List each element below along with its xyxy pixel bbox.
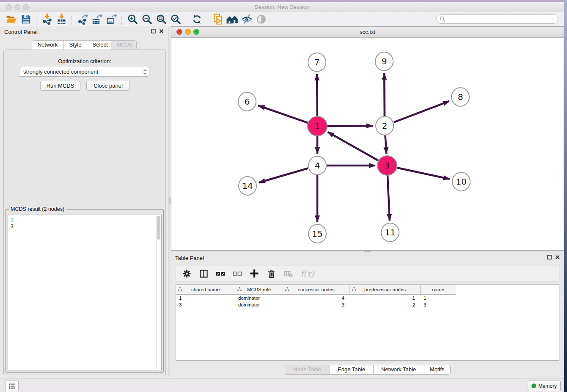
column-header-predecessor-nodes[interactable]: predecessor nodes (350, 285, 421, 294)
network-canvas[interactable]: 7968124314101511 (171, 38, 564, 250)
refresh-layout-button[interactable] (190, 13, 204, 25)
node-4[interactable]: 4 (308, 156, 326, 175)
node-1[interactable]: 1 (308, 116, 327, 136)
run-mcds-button[interactable]: Run MCDS (40, 81, 80, 91)
table-cell[interactable]: 1 (176, 295, 235, 301)
node-8[interactable]: 8 (451, 88, 469, 106)
import-table-button[interactable] (54, 13, 69, 25)
import-network-button[interactable] (40, 13, 54, 25)
clone-network-button[interactable] (211, 13, 225, 25)
application-window: Session: New Session (0, 0, 567, 392)
edge-1-7[interactable] (317, 74, 317, 116)
close-panel-button[interactable]: Close panel (86, 81, 130, 91)
table-cell[interactable]: 3 (283, 302, 350, 307)
table-cell[interactable]: 4 (283, 295, 350, 301)
node-9[interactable]: 9 (375, 52, 393, 71)
node-6[interactable]: 6 (238, 92, 256, 111)
float-panel-icon[interactable] (547, 255, 552, 259)
node-15[interactable]: 15 (308, 224, 326, 243)
node-2[interactable]: 2 (376, 116, 394, 135)
zoom-in-icon (127, 14, 138, 25)
delete-table-button[interactable] (283, 268, 294, 279)
edge-3-1[interactable] (328, 132, 379, 161)
node-label: 6 (245, 97, 250, 107)
tab-node-table[interactable]: Node Table (285, 365, 330, 374)
table-cell[interactable]: 1 (421, 295, 456, 301)
zoom-out-button[interactable] (140, 13, 154, 25)
memory-button[interactable]: Memory (528, 381, 561, 391)
control-panel-tabs: NetworkStyleSelectMCDS (0, 40, 168, 50)
network-window-titlebar: ✕ – + scc.txt (171, 27, 564, 38)
open-session-button[interactable] (4, 13, 19, 25)
memory-label: Memory (538, 383, 556, 389)
table-options-button[interactable] (181, 268, 192, 279)
node-label: 14 (242, 181, 253, 191)
table-cell[interactable]: 1 (350, 295, 421, 301)
close-panel-icon[interactable] (159, 29, 164, 33)
edge-1-2[interactable] (327, 126, 373, 126)
select-all-rows-button[interactable] (215, 268, 226, 279)
export-table-button[interactable] (90, 13, 104, 25)
home-view-button[interactable] (225, 13, 239, 25)
column-header-shared-name[interactable]: shared name (176, 285, 235, 294)
edge-4-14[interactable] (259, 168, 308, 182)
node-3[interactable]: 3 (377, 156, 397, 175)
result-scrollbar-thumb[interactable] (157, 216, 160, 240)
edge-3-10[interactable] (396, 168, 449, 179)
export-table-icon (91, 14, 103, 25)
node-14[interactable]: 14 (239, 177, 256, 195)
mcds-result-area[interactable]: 1 3 (8, 215, 162, 370)
edge-2-3[interactable] (385, 135, 386, 154)
table-cell[interactable]: dominator (235, 295, 283, 301)
tab-style[interactable]: Style (63, 41, 87, 50)
edge-2-9[interactable] (384, 73, 385, 116)
apply-function-button[interactable]: f(x) (300, 268, 314, 279)
control-panel-header: Control Panel (0, 26, 168, 37)
table-row[interactable]: 3dominator323 (176, 301, 559, 308)
node-7[interactable]: 7 (308, 53, 326, 72)
toggle-visibility-button[interactable] (239, 13, 254, 25)
column-header-MCDS-role[interactable]: MCDS role (235, 285, 283, 294)
tab-select[interactable]: Select (87, 41, 111, 50)
titlebar: Session: New Session (0, 2, 564, 12)
splitter-grip[interactable] (169, 197, 171, 204)
splitter-grip[interactable] (364, 251, 371, 252)
tab-edge-table[interactable]: Edge Table (330, 365, 373, 374)
export-image-button[interactable] (104, 13, 118, 25)
table-cell[interactable]: 3 (421, 302, 456, 307)
edge-3-11[interactable] (388, 175, 390, 221)
deselect-all-rows-button[interactable] (232, 268, 243, 279)
node-11[interactable]: 11 (381, 223, 399, 242)
table-cell[interactable]: dominator (235, 302, 283, 307)
table-cell[interactable]: 3 (176, 302, 235, 307)
unchecked-boxes-icon (232, 268, 242, 279)
column-header-successor-nodes[interactable]: successor nodes (283, 285, 350, 294)
table-row[interactable]: 1dominator411 (176, 295, 559, 301)
close-panel-icon[interactable] (555, 255, 560, 259)
tab-motifs[interactable]: Motifs (424, 365, 450, 374)
zoom-in-button[interactable] (125, 13, 140, 25)
delete-columns-button[interactable] (266, 268, 277, 279)
criterion-dropdown[interactable]: strongly connected component (19, 67, 149, 77)
search-input[interactable] (446, 16, 558, 22)
edge-2-8[interactable] (394, 101, 449, 122)
save-session-button[interactable] (19, 13, 33, 25)
node-10[interactable]: 10 (452, 172, 470, 191)
result-scrollbar[interactable] (156, 215, 161, 370)
table-cell[interactable]: 2 (350, 302, 421, 307)
zoom-selected-button[interactable] (168, 13, 183, 25)
show-columns-button[interactable] (198, 268, 209, 279)
visibility-disabled-button[interactable] (254, 13, 268, 25)
zoom-fit-button[interactable] (154, 13, 168, 25)
edge-1-6[interactable] (258, 105, 308, 123)
add-column-button[interactable] (249, 268, 260, 279)
column-header-name[interactable]: name (421, 285, 456, 294)
float-panel-icon[interactable] (151, 29, 156, 33)
task-history-button[interactable] (5, 381, 19, 391)
tab-mcds[interactable]: MCDS (111, 41, 136, 50)
export-network-button[interactable] (75, 13, 90, 25)
search-field[interactable] (436, 14, 558, 24)
tab-network-table[interactable]: Network Table (373, 365, 424, 374)
tab-network[interactable]: Network (32, 41, 63, 50)
desktop-background-edge (564, 0, 567, 392)
